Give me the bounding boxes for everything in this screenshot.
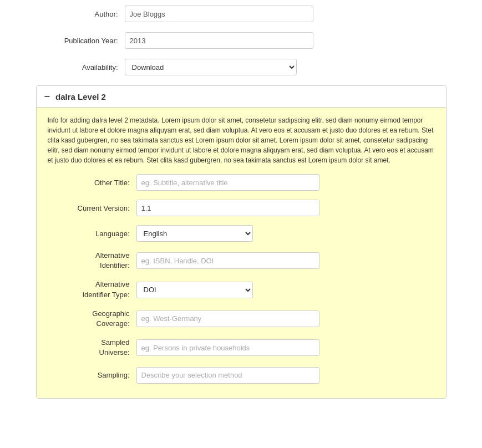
daira-level2-section: − daIra Level 2 Info for adding daIra le… (36, 85, 447, 399)
alt-id-type-row: AlternativeIdentifier Type: DOI ISBN Han… (48, 279, 435, 299)
pub-year-row: Publication Year: (36, 32, 447, 49)
section-toggle-icon: − (44, 91, 50, 101)
sampled-universe-label: SampledUniverse: (48, 338, 136, 358)
language-label: Language: (48, 230, 136, 238)
current-version-label: Current Version: (48, 204, 136, 212)
availability-label: Availability: (36, 63, 125, 72)
alt-id-row: AlternativeIdentifier: (48, 251, 435, 271)
section-title: daIra Level 2 (55, 92, 106, 101)
sampled-universe-input[interactable] (136, 339, 319, 356)
other-title-input[interactable] (136, 174, 319, 191)
geo-coverage-row: GeographicCoverage: (48, 309, 435, 329)
sampled-universe-row: SampledUniverse: (48, 338, 435, 358)
alt-id-type-select[interactable]: DOI ISBN Handle URN URL (136, 282, 253, 298)
sampling-row: Sampling: (48, 367, 435, 384)
author-row: Author: (36, 6, 447, 22)
availability-row: Availability: Download Online Physical (36, 59, 447, 75)
sampling-label: Sampling: (48, 371, 136, 379)
geo-coverage-label: GeographicCoverage: (48, 309, 136, 329)
current-version-row: Current Version: (48, 200, 435, 216)
alt-id-type-label: AlternativeIdentifier Type: (48, 279, 136, 299)
language-row: Language: English German French Spanish (48, 225, 435, 242)
pub-year-input[interactable] (125, 32, 313, 49)
other-title-row: Other Title: (48, 174, 435, 191)
pub-year-label: Publication Year: (36, 37, 125, 45)
other-title-label: Other Title: (48, 179, 136, 187)
geo-coverage-input[interactable] (136, 310, 319, 327)
section-body: Info for adding daIra level 2 metadata. … (37, 108, 446, 398)
language-select[interactable]: English German French Spanish (136, 225, 253, 242)
section-info-text: Info for adding daIra level 2 metadata. … (48, 115, 435, 165)
sampling-input[interactable] (136, 367, 319, 384)
current-version-input[interactable] (136, 200, 319, 216)
availability-select[interactable]: Download Online Physical (125, 59, 297, 75)
alt-id-label: AlternativeIdentifier: (48, 251, 136, 271)
alt-id-input[interactable] (136, 252, 319, 269)
author-label: Author: (36, 10, 125, 18)
author-input[interactable] (125, 6, 313, 22)
section-header[interactable]: − daIra Level 2 (37, 86, 446, 108)
